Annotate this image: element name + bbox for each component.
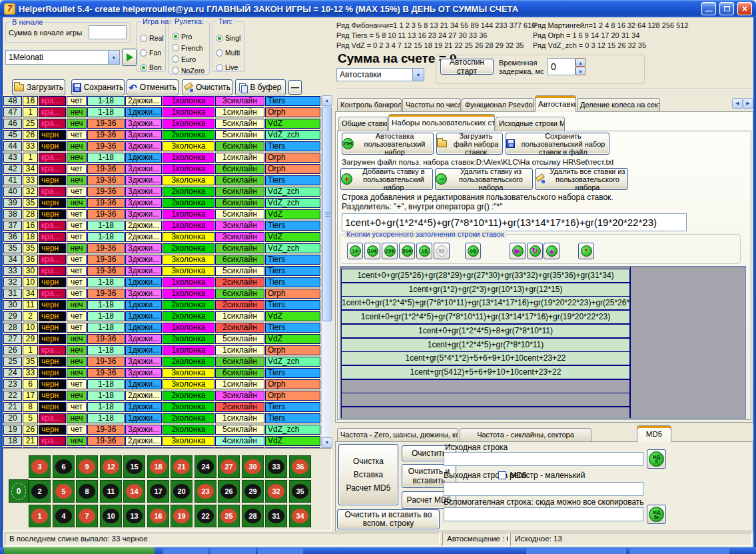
roulette-cell-1[interactable]: 1: [29, 505, 51, 527]
roulette-cell-10[interactable]: 10: [100, 505, 122, 527]
add-bet-button[interactable]: + Добавить ставку в пользовательский наб…: [340, 168, 433, 190]
roulette-cell-18[interactable]: 18: [147, 455, 169, 478]
history-row[interactable]: 3011черннеч1-181дюжи...2колонка2сиклайнT…: [3, 299, 321, 311]
history-row[interactable]: 2433черннеч19-363дюжи...3колонка6сиклайн…: [3, 367, 321, 379]
md5-clear-paste-aux-button[interactable]: Очистить и вставить во вспом. строку: [337, 509, 440, 529]
roulette-cell-33[interactable]: 33: [265, 455, 287, 478]
roulette-cell-35[interactable]: 35: [289, 480, 311, 503]
history-row[interactable]: 4526чернчет19-363дюжи...2колонка5сиклайн…: [3, 129, 321, 141]
coin-button-10¢[interactable]: 10¢: [364, 243, 380, 259]
bet-row[interactable]: 1cent+0+gr(1*2*4*5)+8+gr(7*8*10*11): [341, 324, 630, 338]
bet-row[interactable]: 1cent+0+gr(1*2*4*5)+gr(7*8*10*11)+gr(13*…: [341, 310, 630, 324]
case-checkbox[interactable]: [498, 471, 506, 479]
maximize-button[interactable]: [719, 2, 734, 15]
history-row[interactable]: 2217черннеч1-182дюжи...2колонка3сиклайнO…: [3, 390, 321, 401]
scrollbar-thumb[interactable]: [322, 107, 332, 321]
history-row[interactable]: 3828чернчет19-363дюжи...1колонка5сиклайн…: [3, 209, 321, 220]
roulette-cell-2[interactable]: 2: [29, 480, 51, 503]
md5-source-input[interactable]: [444, 452, 643, 466]
roulette-cell-24[interactable]: 24: [194, 455, 216, 478]
load-button[interactable]: Загрузить: [12, 79, 65, 95]
refresh-button[interactable]: ↻: [527, 243, 543, 259]
history-row[interactable]: 4625кра...неч19-363дюжи...1колонка5сикла…: [3, 118, 321, 129]
history-row[interactable]: 3935черннеч19-363дюжи...2колонка6сиклайн…: [3, 197, 321, 209]
history-row[interactable]: 2729черннеч19-363дюжи...2колонка5сиклайн…: [3, 333, 321, 345]
history-row[interactable]: 236чернчет1-181дюжи...3колонка1сиклайнOr…: [3, 379, 321, 390]
md5-clear-paste-calc-button[interactable]: Очистка Вставка Расчет MD5: [338, 444, 398, 505]
coin-button-1$[interactable]: 1$: [416, 243, 432, 259]
tab-Контроль банкролла[interactable]: Контроль банкролла: [337, 98, 402, 112]
history-row[interactable]: 3618кра...чет1-182дюжи...3колонка3сиклай…: [3, 231, 321, 243]
history-row[interactable]: 4234кра...чет19-363дюжи...1колонка6сикла…: [3, 163, 321, 175]
undo-button[interactable]: ↶Отменить: [127, 79, 179, 95]
roulette-cell-3[interactable]: 3: [29, 455, 51, 478]
clover-button[interactable]: ♣: [544, 243, 560, 259]
tab-Частота - сиклайны, сектора[interactable]: Частота - сиклайны, сектора: [460, 428, 591, 442]
taskbar-item[interactable]: [258, 548, 303, 554]
radio-fan[interactable]: Fan: [140, 45, 165, 60]
roulette-cell-19[interactable]: 19: [171, 505, 192, 527]
history-row[interactable]: 205кра...неч1-181дюжи...2колонка1сиклайн…: [3, 413, 321, 424]
history-row[interactable]: 3134кра...чет19-363дюжи...1колонка6сикла…: [3, 288, 321, 299]
bet-row[interactable]: 1cent+0+gr(25*26)+gr(28*29)+gr(27*30)+gr…: [341, 269, 630, 283]
radio-bon[interactable]: Bon: [140, 60, 165, 75]
bet-row[interactable]: 1cent+0+gr(1*2*4*5)+gr(7*8*10*11)+gr(13*…: [341, 296, 630, 310]
spin-down-icon[interactable]: ▼: [575, 67, 585, 75]
tab-scroll-left-icon[interactable]: ◀: [732, 98, 743, 109]
history-scrollbar[interactable]: ▲ ▼: [321, 95, 332, 448]
remove-all-bets-button[interactable]: Удалить все ставки из пользовательского …: [535, 168, 628, 190]
start-sum-input[interactable]: [89, 25, 127, 39]
history-row[interactable]: 261кра...неч1-181дюжи...1колонка1сиклайн…: [3, 345, 321, 356]
mode-combobox[interactable]: Автоставки ▼: [336, 68, 424, 81]
play-button[interactable]: ▶: [510, 243, 526, 259]
chevron-down-icon[interactable]: ▼: [108, 51, 119, 64]
close-button[interactable]: ×: [737, 2, 752, 15]
md5-output-input[interactable]: [444, 482, 643, 496]
tab-Функционал PsevdoMS[interactable]: Функционал PsevdoMS: [462, 98, 534, 112]
roulette-cell-8[interactable]: 8: [76, 480, 98, 503]
history-row[interactable]: 1821кра...неч19-362дюжи...3колонка4сикла…: [3, 435, 321, 447]
roulette-cell-29[interactable]: 29: [242, 480, 264, 503]
bet-row[interactable]: 1cent+gr(1*2)+gr(2*3)+gr(10*13)+gr(12*15…: [341, 283, 630, 297]
autobet-userset-button[interactable]: ПН Автоставка пользовательский набор: [342, 133, 434, 155]
star-button[interactable]: *: [578, 243, 594, 259]
tab-Частоты по числам[interactable]: Частоты по числам: [402, 98, 461, 112]
scroll-down-icon[interactable]: ▼: [322, 437, 332, 448]
roulette-cell-27[interactable]: 27: [218, 455, 240, 478]
tab-Автоставки[interactable]: Автоставки: [535, 95, 576, 112]
roulette-cell-14[interactable]: 14: [123, 480, 145, 503]
autospin-start-button[interactable]: Автоспин старт: [440, 59, 494, 75]
history-row[interactable]: 2810чернчет1-181дюжи...1колонка2сиклайнT…: [3, 322, 321, 333]
roulette-cell-23[interactable]: 23: [194, 480, 216, 503]
roulette-cell-16[interactable]: 16: [147, 505, 169, 527]
minus-button[interactable]: —: [288, 80, 302, 95]
roulette-cell-12[interactable]: 12: [100, 455, 122, 478]
roulette-cell-31[interactable]: 31: [265, 505, 287, 527]
roulette-cell-20[interactable]: 20: [171, 480, 192, 503]
profile-combobox[interactable]: 1Melonati ▼: [5, 50, 120, 65]
history-row[interactable]: 218чернчет1-181дюжи...2колонка2сиклайнTi…: [3, 401, 321, 413]
bet-row[interactable]: 1cent+gr(1*2*4*5)+gr(7*8*10*11): [341, 338, 630, 352]
history-row[interactable]: 4816кра...чет1-182дюжи...1колонка3сиклай…: [3, 95, 321, 107]
roulette-cell-28[interactable]: 28: [242, 505, 264, 527]
tab-Наборы пользовательских ставок[interactable]: Наборы пользовательских ставок: [388, 114, 495, 131]
md5-aux-icon-button[interactable]: МД5▸: [647, 505, 666, 524]
roulette-cell-5[interactable]: 5: [53, 480, 75, 503]
save-button[interactable]: Сохранить: [71, 79, 125, 95]
taskbar-item[interactable]: [526, 548, 626, 554]
history-row[interactable]: 292чернчет1-181дюжи...2колонка1сиклайнVd…: [3, 311, 321, 322]
remove-bet-button[interactable]: − Удалить ставку из пользовательского на…: [435, 168, 533, 190]
tab-Исходные строки МД5[interactable]: Исходные строки МД5: [496, 117, 565, 131]
roulette-zero-cell[interactable]: 0: [9, 479, 29, 503]
taskbar-item[interactable]: [629, 548, 729, 554]
save-set-file-button[interactable]: Сохранить пользовательский набор ставок …: [506, 133, 609, 155]
coin-button-1¢[interactable]: 1¢: [347, 243, 363, 259]
clear-button[interactable]: Очистить: [182, 79, 232, 95]
roulette-cell-22[interactable]: 22: [194, 505, 216, 527]
history-row[interactable]: 4032кра...чет19-363дюжи...2колонка6сикла…: [3, 186, 321, 197]
roulette-cell-34[interactable]: 34: [289, 505, 311, 527]
radio-multi[interactable]: Multi: [216, 45, 244, 60]
play-button[interactable]: [122, 49, 137, 66]
tab-Деление колеса на сектора[interactable]: Деление колеса на сектора: [577, 98, 660, 112]
roulette-cell-26[interactable]: 26: [218, 480, 240, 503]
